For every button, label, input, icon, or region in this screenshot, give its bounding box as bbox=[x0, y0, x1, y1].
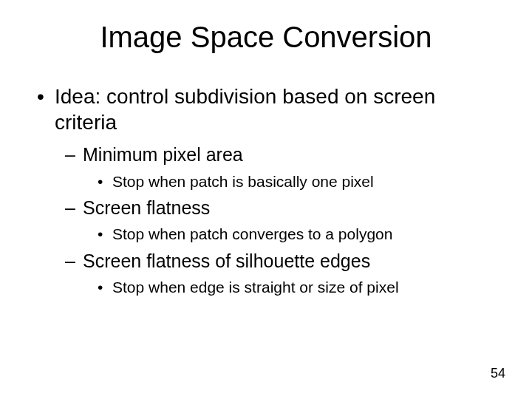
bullet-level3: Stop when patch converges to a polygon bbox=[30, 224, 502, 244]
page-number: 54 bbox=[491, 366, 505, 381]
bullet-level1: Idea: control subdivision based on scree… bbox=[30, 83, 502, 135]
bullet-level2: Minimum pixel area bbox=[30, 143, 502, 167]
slide-title: Image Space Conversion bbox=[30, 21, 502, 54]
bullet-level3: Stop when patch is basically one pixel bbox=[30, 171, 502, 191]
bullet-level3: Stop when edge is straight or size of pi… bbox=[30, 277, 502, 297]
slide: Image Space Conversion Idea: control sub… bbox=[0, 0, 532, 399]
bullet-level2: Screen flatness bbox=[30, 196, 502, 220]
bullet-level2: Screen flatness of silhouette edges bbox=[30, 249, 502, 273]
